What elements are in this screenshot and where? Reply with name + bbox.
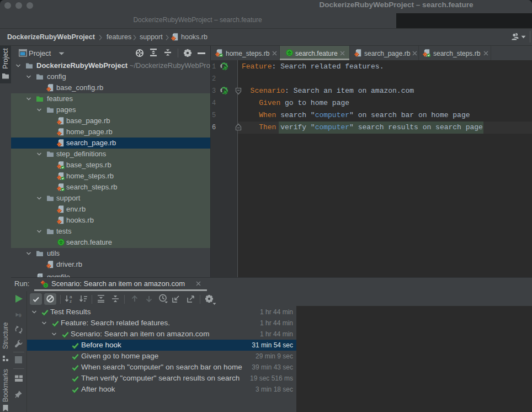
- svg-text:z: z: [70, 299, 72, 303]
- svg-text:9: 9: [19, 312, 22, 318]
